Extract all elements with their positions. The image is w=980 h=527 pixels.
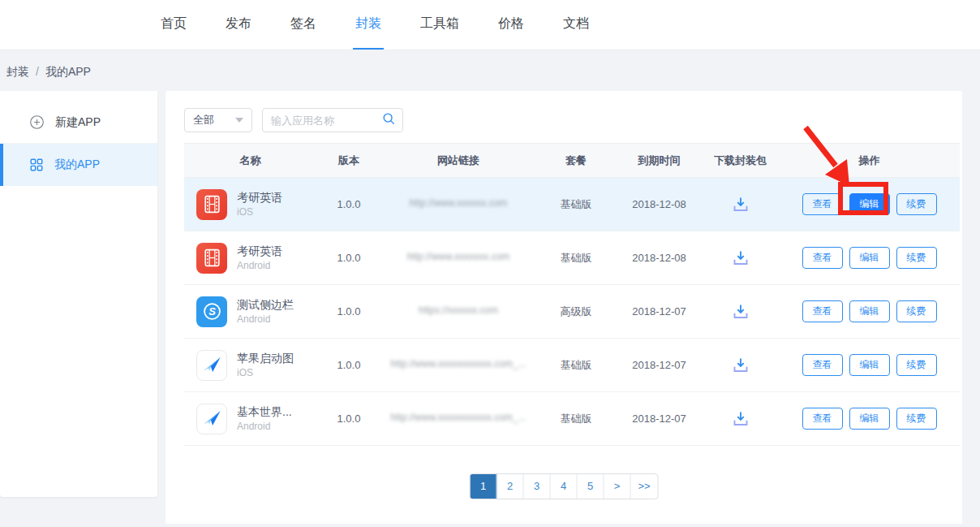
app-platform: iOS: [237, 206, 282, 218]
expiry-date: 2018-12-08: [617, 198, 702, 210]
edit-button[interactable]: 编辑: [849, 354, 890, 376]
table-row: 考研英语Android1.0.0http://www.xxxxxxx.com基础…: [184, 231, 960, 285]
nav-tab-docs[interactable]: 文档: [561, 0, 591, 50]
pagination-page-4[interactable]: 4: [551, 474, 578, 499]
pagination-page-2[interactable]: 2: [497, 474, 524, 499]
pagination-last-page[interactable]: >>: [631, 474, 658, 499]
app-version: 1.0.0: [316, 305, 381, 317]
table-row: 考研英语iOS1.0.0http://www.xxxxxx.com基础版2018…: [184, 178, 960, 231]
search-input[interactable]: [263, 114, 381, 127]
table-row: S测试侧边栏Android1.0.0https://xxxxxx.com高级版2…: [184, 285, 960, 339]
app-version: 1.0.0: [316, 359, 381, 371]
paper-plane-icon: [196, 350, 227, 381]
website-link-blurred: http://www.xxxxxxx.com: [407, 251, 510, 262]
breadcrumb-item-section[interactable]: 封装: [6, 65, 29, 78]
sidebar-item-label: 我的APP: [54, 158, 100, 172]
chevron-down-icon: [235, 118, 243, 123]
app-version: 1.0.0: [316, 252, 381, 264]
column-header: 下载封装包: [702, 153, 779, 168]
column-header: 版本: [316, 153, 381, 168]
app-platform: Android: [237, 421, 292, 433]
expiry-date: 2018-12-08: [617, 252, 702, 264]
plan: 高级版: [535, 305, 617, 319]
nav-tab-home[interactable]: 首页: [158, 0, 189, 50]
renew-button[interactable]: 续费: [896, 193, 937, 215]
sidebar-item-new-app[interactable]: 新建APP: [0, 102, 157, 144]
table-header: 名称版本网站链接套餐到期时间下载封装包操作: [184, 143, 960, 178]
top-nav: 首页发布签名封装工具箱价格文档: [0, 0, 980, 50]
filter-select[interactable]: 全部: [184, 108, 252, 132]
column-header: 名称: [184, 153, 316, 168]
renew-button[interactable]: 续费: [896, 354, 937, 376]
column-header: 套餐: [535, 153, 617, 168]
view-button[interactable]: 查看: [802, 193, 843, 215]
view-button[interactable]: 查看: [802, 408, 843, 430]
nav-tab-pricing[interactable]: 价格: [496, 0, 527, 50]
website-link-blurred: http://www.xxxxxx.com: [410, 197, 508, 209]
breadcrumb-separator: /: [36, 65, 39, 78]
paper-plane-icon: [196, 404, 227, 434]
renew-button[interactable]: 续费: [896, 247, 937, 269]
renew-button[interactable]: 续费: [896, 408, 937, 430]
website-link-blurred: http://www.xxxxxxxxxxx.com_...: [390, 412, 526, 423]
view-button[interactable]: 查看: [802, 354, 843, 376]
plan: 基础版: [535, 358, 617, 373]
table-row: 基本世界...Android1.0.0http://www.xxxxxxxxxx…: [184, 392, 960, 446]
main-panel: 全部 名称版本网站链接套餐到期时间下载封装包操作 考研英语iOS1.0.0htt…: [165, 91, 962, 524]
column-header: 网站链接: [381, 153, 535, 168]
pagination-page-1[interactable]: 1: [471, 474, 497, 499]
search-box: [262, 108, 403, 132]
download-tray-icon[interactable]: [731, 409, 750, 429]
sidebar-item-my-app[interactable]: 我的APP: [0, 144, 157, 186]
table-body: 考研英语iOS1.0.0http://www.xxxxxx.com基础版2018…: [184, 178, 960, 446]
nav-tab-toolbox[interactable]: 工具箱: [418, 0, 462, 50]
breadcrumb: 封装/我的APP: [6, 65, 91, 80]
plan: 基础版: [535, 412, 617, 426]
download-tray-icon[interactable]: [731, 248, 750, 268]
magnifier-icon[interactable]: [381, 111, 396, 129]
table-row: 苹果启动图iOS1.0.0http://www.xxxxxxxxxxx.com_…: [184, 339, 960, 392]
app-name: 考研英语: [237, 244, 282, 258]
sidebar: 新建APP我的APP: [0, 91, 157, 497]
edit-button[interactable]: 编辑: [849, 247, 890, 269]
film-icon: [196, 189, 227, 220]
app-name: 苹果启动图: [237, 352, 294, 365]
svg-text:S: S: [208, 305, 216, 317]
toolbar: 全部: [184, 108, 403, 132]
app-platform: Android: [237, 260, 282, 272]
column-header: 操作: [779, 153, 960, 168]
pagination-page-3[interactable]: 3: [524, 474, 551, 499]
edit-button[interactable]: 编辑: [849, 193, 890, 215]
plan: 基础版: [535, 251, 617, 266]
pagination: 12345>>>: [470, 473, 659, 499]
renew-button[interactable]: 续费: [896, 300, 937, 322]
app-version: 1.0.0: [316, 413, 381, 425]
app-name: 考研英语: [237, 191, 282, 205]
top-nav-bar: 首页发布签名封装工具箱价格文档: [0, 0, 980, 50]
download-tray-icon[interactable]: [731, 356, 750, 375]
pagination-next-page[interactable]: >: [604, 474, 631, 499]
nav-tab-publish[interactable]: 发布: [223, 0, 254, 50]
column-header: 到期时间: [617, 153, 702, 168]
sidebar-item-label: 新建APP: [55, 115, 101, 130]
pagination-page-5[interactable]: 5: [578, 474, 604, 499]
grid-icon: [29, 158, 44, 172]
plus-circle-icon: [29, 114, 45, 130]
app-table: 名称版本网站链接套餐到期时间下载封装包操作 考研英语iOS1.0.0http:/…: [184, 143, 960, 446]
nav-tab-signature[interactable]: 签名: [288, 0, 319, 50]
app-platform: Android: [237, 313, 294, 326]
expiry-date: 2018-12-07: [617, 305, 702, 317]
download-tray-icon[interactable]: [731, 302, 750, 322]
page: 首页发布签名封装工具箱价格文档 封装/我的APP 新建APP我的APP 全部 名…: [0, 0, 980, 527]
view-button[interactable]: 查看: [802, 300, 843, 322]
film-icon: [196, 243, 227, 274]
download-tray-icon[interactable]: [731, 195, 750, 214]
website-link-blurred: http://www.xxxxxxxxxxx.com_...: [390, 358, 526, 369]
edit-button[interactable]: 编辑: [849, 300, 890, 322]
nav-tab-package[interactable]: 封装: [353, 0, 384, 50]
breadcrumb-item-current: 我的APP: [45, 65, 91, 78]
expiry-date: 2018-12-07: [617, 359, 702, 371]
edit-button[interactable]: 编辑: [849, 408, 890, 430]
app-version: 1.0.0: [316, 198, 381, 210]
view-button[interactable]: 查看: [802, 247, 843, 269]
